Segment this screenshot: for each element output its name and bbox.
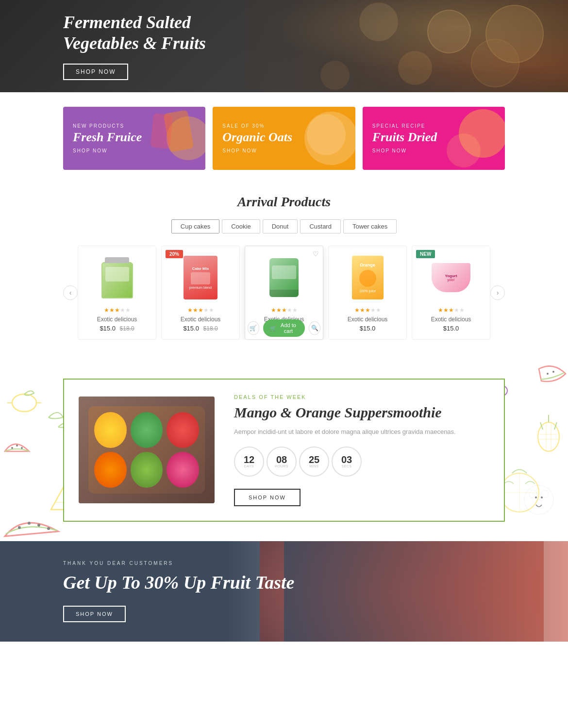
product-price-1: $15.0 $18.0 (85, 325, 149, 332)
search-icon-btn[interactable]: 🔍 (309, 321, 320, 335)
hero-shop-button[interactable]: SHOP NOW (63, 64, 128, 80)
arrival-title: Arrival Products (63, 194, 505, 210)
svg-point-0 (12, 394, 36, 412)
promo-card-fruits-dried[interactable]: SPECIAL RECIPE Fruits Dried SHOP NOW (363, 107, 505, 170)
countdown-secs: 03 Secs (332, 447, 362, 477)
countdown-days: 12 Days (234, 447, 264, 477)
svg-point-27 (28, 522, 31, 525)
svg-point-5 (21, 447, 23, 449)
product-price-4: $15.0 (336, 325, 399, 332)
deals-shop-button[interactable]: SHOP NOW (234, 489, 301, 506)
svg-line-10 (540, 422, 543, 430)
product-card-3[interactable]: ♡ 🛒 🛒 Add to cart 🔍 ★★★★★ Exoti (245, 246, 323, 340)
promo-deco (307, 114, 346, 155)
thankyou-title: Get Up To 30% Up Fruit Taste (63, 572, 294, 594)
deals-desc: Aempor incidid-unt ut labore et dolore m… (234, 427, 489, 437)
product-price-2: $15.0 $18.0 (169, 325, 232, 332)
prev-arrow[interactable]: ‹ (63, 285, 78, 300)
hero-section: Fermented Salted Vegetables & Fruits SHO… (0, 0, 568, 92)
deals-title: Mango & Orange Suppersmoothie (234, 404, 489, 421)
countdown: 12 Days 08 Hours 25 Mins 03 Secs (234, 447, 489, 477)
cart-icon-btn[interactable]: 🛒 (248, 321, 259, 335)
product-name-1: Exotic delicious (85, 316, 149, 323)
thankyou-shop-button[interactable]: SHOP NOW (63, 606, 126, 622)
stars-4: ★★★★★ (336, 307, 399, 314)
svg-point-17 (524, 485, 553, 514)
product-name-4: Exotic delicious (336, 316, 399, 323)
svg-point-28 (37, 524, 40, 527)
tab-donut[interactable]: Donut (263, 219, 298, 233)
thankyou-label: THANK YOU DEAR CUSTOMERS (63, 561, 294, 566)
food-decoration (320, 61, 350, 90)
food-decoration (427, 10, 471, 53)
add-to-cart-button-3[interactable]: 🛒 Add to cart (263, 319, 305, 337)
svg-point-7 (547, 373, 549, 375)
product-image-1 (85, 253, 149, 302)
products-container: ‹ ★★★★★ Exotic delicious $15.0 $18.0 (63, 246, 505, 340)
food-decoration (398, 51, 432, 85)
deals-inner: DEALS OF THE WEEK Mango & Orange Suppers… (63, 379, 505, 522)
svg-point-4 (16, 445, 18, 447)
product-image-4: Orange 100% juice (336, 253, 399, 302)
countdown-hours: 08 Hours (267, 447, 297, 477)
product-name-2: Exotic delicious (169, 316, 232, 323)
deals-image (79, 397, 215, 503)
promo-section: NEW PRODUCTS Fresh Fruice SHOP NOW SALE … (0, 92, 568, 184)
svg-point-3 (11, 447, 13, 449)
product-image-3 (252, 253, 316, 302)
svg-point-8 (552, 371, 554, 373)
countdown-mins: 25 Mins (299, 447, 329, 477)
deals-section: DEALS OF THE WEEK Mango & Orange Suppers… (0, 359, 568, 541)
product-card-5: NEW Yogurt yolo! ★★★★★ Exotic delicious … (412, 246, 490, 340)
tab-cookie[interactable]: Cookie (222, 219, 260, 233)
stars-5: ★★★★★ (419, 307, 483, 314)
svg-point-18 (529, 490, 537, 498)
product-card-2: 20% Cake Mix premium blend ★★★★★ Exotic … (161, 246, 240, 340)
svg-point-29 (47, 527, 50, 530)
products-grid: ★★★★★ Exotic delicious $15.0 $18.0 20% C… (78, 246, 490, 340)
product-price-5: $15.0 (419, 325, 483, 332)
promo-deco (150, 113, 173, 149)
svg-point-31 (500, 473, 539, 512)
stars-1: ★★★★★ (85, 307, 149, 314)
thankyou-overlay (284, 541, 568, 642)
svg-point-26 (18, 526, 21, 529)
product-actions-3: 🛒 🛒 Add to cart 🔍 (245, 317, 323, 339)
carton-image: Orange 100% juice (352, 256, 384, 299)
yogurt-image: Yogurt yolo! (432, 263, 470, 292)
promo-card-fresh-fruice[interactable]: NEW PRODUCTS Fresh Fruice SHOP NOW (63, 107, 205, 170)
svg-line-12 (554, 422, 557, 430)
tab-tower-cakes[interactable]: Tower cakes (343, 219, 397, 233)
thankyou-content: THANK YOU DEAR CUSTOMERS Get Up To 30% U… (63, 561, 294, 623)
next-arrow[interactable]: › (490, 285, 505, 300)
product-image-5: Yogurt yolo! (419, 253, 483, 302)
product-card-1: ★★★★★ Exotic delicious $15.0 $18.0 (78, 246, 156, 340)
svg-point-20 (536, 499, 542, 505)
hero-title: Fermented Salted Vegetables & Fruits (63, 12, 206, 54)
promo-deco (447, 133, 481, 167)
can-image (269, 258, 299, 297)
tab-bar: Cup cakes Cookie Donut Custard Tower cak… (63, 219, 505, 233)
svg-point-9 (538, 422, 559, 451)
tab-custard[interactable]: Custard (300, 219, 341, 233)
promo-card-organic-oats[interactable]: SALE OF 30% Organic Oats SHOP NOW (213, 107, 355, 170)
tab-cup-cakes[interactable]: Cup cakes (171, 219, 219, 233)
svg-point-21 (535, 496, 537, 498)
food-decoration (471, 39, 519, 87)
product-card-4: Orange 100% juice ★★★★★ Exotic delicious… (328, 246, 407, 340)
food-decoration (359, 2, 398, 41)
thankyou-section: THANK YOU DEAR CUSTOMERS Get Up To 30% U… (0, 541, 568, 642)
product-image-2: Cake Mix premium blend (169, 253, 232, 302)
stars-2: ★★★★★ (169, 307, 232, 314)
hero-content: Fermented Salted Vegetables & Fruits SHO… (0, 12, 206, 80)
jar-image (101, 257, 133, 298)
box-image: Cake Mix premium blend (184, 256, 217, 299)
arrival-section: Arrival Products Cup cakes Cookie Donut … (0, 184, 568, 359)
product-name-5: Exotic delicious (419, 316, 483, 323)
stars-3: ★★★★★ (252, 307, 316, 314)
svg-point-19 (541, 490, 549, 498)
deals-content: DEALS OF THE WEEK Mango & Orange Suppers… (234, 394, 489, 506)
svg-point-22 (541, 496, 543, 498)
deals-label: DEALS OF THE WEEK (234, 394, 489, 400)
